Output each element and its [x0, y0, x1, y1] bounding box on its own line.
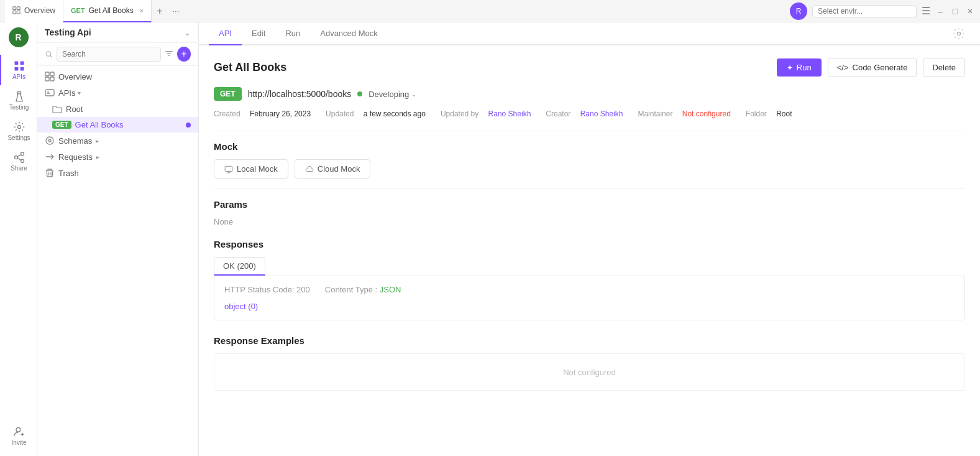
svg-line-13 — [17, 158, 21, 160]
tab-overview-label: Overview — [24, 6, 55, 15]
svg-point-29 — [958, 32, 961, 35]
tab-method-badge: GET — [71, 7, 85, 14]
nav-item-overview[interactable]: Overview — [37, 68, 198, 85]
invite-icon — [13, 426, 25, 438]
response-meta: HTTP Status Code: 200 Content Type : JSO… — [224, 285, 955, 294]
nav-requests-label: Requests — [58, 152, 93, 162]
content-type-value: JSON — [380, 285, 401, 294]
api-icon — [45, 88, 55, 98]
sub-tab-edit[interactable]: Edit — [242, 22, 275, 45]
minimize-button[interactable]: – — [935, 6, 945, 16]
content-type: Content Type : JSON — [325, 285, 401, 294]
updated-by-label: Updated by — [441, 109, 481, 118]
code-generate-button[interactable]: </> Code Generate — [828, 58, 917, 77]
sidebar-label-share: Share — [11, 165, 27, 172]
nav-trash-label: Trash — [58, 169, 79, 178]
svg-line-14 — [17, 154, 21, 156]
cloud-mock-button[interactable]: Cloud Mock — [295, 159, 371, 179]
search-bar: + — [37, 43, 198, 66]
icon-sidebar: R APIs Testing Settings — [0, 22, 37, 456]
svg-point-18 — [46, 52, 51, 57]
sidebar-item-testing[interactable]: Testing — [0, 85, 37, 116]
nav-overview-label: Overview — [58, 72, 92, 81]
env-select-input[interactable] — [812, 5, 917, 17]
tab-add-button[interactable]: + — [152, 6, 167, 17]
active-dot — [186, 123, 191, 128]
sidebar-label-apis: APIs — [12, 73, 25, 80]
svg-point-10 — [21, 152, 24, 156]
response-tab[interactable]: OK (200) — [214, 257, 265, 276]
nav-item-requests[interactable]: Requests ▸ — [37, 149, 198, 165]
search-input[interactable] — [57, 47, 161, 62]
tab-more-button[interactable]: ··· — [167, 6, 184, 16]
sidebar-item-apis[interactable]: APIs — [0, 55, 37, 85]
svg-rect-3 — [17, 11, 20, 14]
tab-overview[interactable]: Overview — [5, 0, 63, 22]
nav-apis-label: APIs — [58, 88, 75, 98]
local-mock-button[interactable]: Local Mock — [214, 159, 288, 179]
local-mock-icon — [224, 165, 233, 174]
add-button[interactable]: + — [177, 47, 191, 62]
sub-tab-run[interactable]: Run — [275, 22, 310, 45]
nav-item-apis[interactable]: APIs ▾ — [37, 85, 198, 101]
maintainer-value: Not configured — [682, 109, 731, 118]
sub-tab-api[interactable]: API — [209, 22, 242, 45]
svg-rect-21 — [50, 72, 54, 76]
svg-rect-24 — [45, 90, 54, 96]
responses-section: Responses OK (200) HTTP Status Code: 200… — [214, 239, 965, 320]
nav-item-root[interactable]: Root — [37, 101, 198, 117]
user-avatar-icon: R — [790, 2, 807, 20]
settings-icon — [13, 121, 25, 133]
svg-rect-23 — [50, 77, 54, 81]
sidebar-item-share[interactable]: Share — [0, 146, 37, 177]
mock-buttons: Local Mock Cloud Mock — [214, 159, 965, 179]
svg-rect-22 — [45, 77, 49, 81]
svg-rect-20 — [45, 72, 49, 76]
svg-rect-2 — [13, 11, 16, 14]
tab-get-all-books[interactable]: GET Get All Books × — [63, 0, 152, 22]
folder-label: Folder — [746, 109, 769, 118]
sidebar-label-invite: Invite — [12, 439, 27, 446]
mock-title: Mock — [214, 141, 965, 152]
environment-badge[interactable]: Developing ⌄ — [369, 90, 416, 99]
nav-item-get-all-books[interactable]: GET Get All Books — [37, 117, 198, 133]
tab-bar: Overview GET Get All Books × + ··· R ☰ –… — [0, 0, 980, 22]
sidebar-item-settings[interactable]: Settings — [0, 116, 37, 146]
nav-item-schemas[interactable]: Schemas ▸ — [37, 133, 198, 149]
svg-point-11 — [14, 156, 17, 159]
object-link[interactable]: object (0) — [224, 302, 258, 311]
creator-label: Creator — [546, 109, 572, 118]
hamburger-icon[interactable]: ☰ — [922, 5, 930, 17]
share-icon — [13, 151, 25, 164]
tab-close-button[interactable]: × — [140, 7, 144, 14]
content-area: API Edit Run Advanced Mock Get All Books — [199, 22, 980, 456]
svg-rect-0 — [13, 7, 16, 10]
project-caret-icon[interactable]: ⌄ — [184, 28, 191, 37]
filter-icon — [165, 49, 173, 58]
request-icon — [45, 152, 55, 162]
sidebar-item-invite[interactable]: Invite — [8, 421, 29, 451]
sub-tab-advanced-mock[interactable]: Advanced Mock — [310, 22, 388, 45]
maintainer-label: Maintainer — [638, 109, 674, 118]
overview-icon — [45, 72, 55, 81]
meta-row: Created February 26, 2023 Updated a few … — [214, 109, 965, 118]
delete-button[interactable]: Delete — [923, 58, 965, 77]
nav-get-all-books-label: Get All Books — [75, 120, 124, 129]
apis-caret-icon[interactable]: ▾ — [78, 90, 81, 96]
settings-cog-icon[interactable] — [953, 27, 965, 40]
schemas-caret-icon[interactable]: ▸ — [96, 137, 99, 144]
nav-item-trash[interactable]: Trash — [37, 165, 198, 181]
page-title: Get All Books — [214, 61, 286, 74]
close-button[interactable]: × — [965, 6, 975, 16]
schema-icon — [45, 136, 55, 146]
filter-button[interactable] — [165, 49, 173, 60]
status-dot — [357, 91, 362, 96]
svg-point-27 — [46, 137, 53, 144]
left-panel-header: Testing Api ⌄ — [37, 22, 198, 43]
svg-rect-6 — [14, 67, 18, 71]
run-button[interactable]: ✦ Run — [777, 58, 822, 77]
requests-caret-icon[interactable]: ▸ — [96, 154, 99, 161]
cloud-icon — [305, 165, 314, 174]
method-badge: GET — [214, 87, 242, 101]
maximize-button[interactable]: □ — [950, 6, 960, 16]
